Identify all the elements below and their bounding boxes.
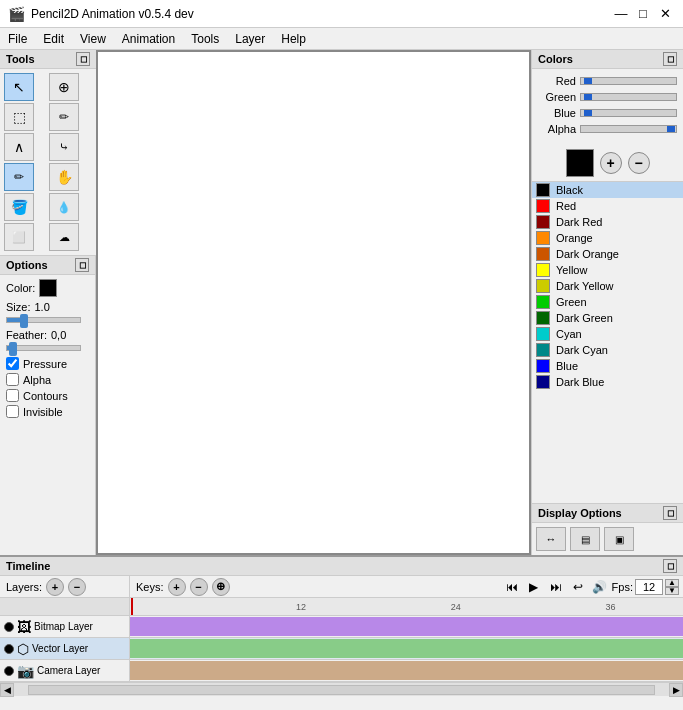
add-color-btn[interactable]: + [600,152,622,174]
color-swatch[interactable] [39,279,57,297]
feather-row: Feather: 0,0 [6,329,89,341]
size-slider-thumb[interactable] [20,314,28,328]
alpha-checkbox[interactable] [6,373,19,386]
color-item-dark-green[interactable]: Dark Green [532,310,683,326]
fps-input[interactable] [635,579,663,595]
polyline-tool-btn[interactable]: ∧ [4,133,34,161]
display-btn-1[interactable]: ↔ [536,527,566,551]
invisible-checkbox[interactable] [6,405,19,418]
select-tool-btn[interactable]: ⬚ [4,103,34,131]
close-button[interactable]: ✕ [655,4,675,24]
color-item-orange[interactable]: Orange [532,230,683,246]
alpha-slider[interactable] [580,125,677,133]
canvas-area[interactable] [96,50,531,555]
bucket-tool-btn[interactable]: 🪣 [4,193,34,221]
fast-forward-btn[interactable]: ⏭ [546,578,566,596]
scrollbar-track[interactable] [28,685,655,695]
camera-track[interactable] [130,660,683,681]
layer-info-vector[interactable]: ⬡ Vector Layer [0,638,130,659]
lasso-tool-btn[interactable]: ⤷ [49,133,79,161]
green-label: Green [538,91,576,103]
invisible-label: Invisible [23,406,63,418]
maximize-button[interactable]: □ [633,4,653,24]
duplicate-key-btn[interactable]: ⊕ [212,578,230,596]
color-item-dark-cyan[interactable]: Dark Cyan [532,342,683,358]
display-btn-3[interactable]: ▣ [604,527,634,551]
color-item-yellow[interactable]: Yellow [532,262,683,278]
playhead[interactable] [131,598,133,615]
bitmap-track[interactable] [130,616,683,637]
canvas[interactable] [98,52,529,553]
eraser-tool-btn[interactable]: ⬜ [4,223,34,251]
remove-layer-btn[interactable]: − [68,578,86,596]
color-item-dark-red[interactable]: Dark Red [532,214,683,230]
menu-file[interactable]: File [0,28,35,49]
color-item-dark-orange[interactable]: Dark Orange [532,246,683,262]
add-key-btn[interactable]: + [168,578,186,596]
play-btn[interactable]: ▶ [524,578,544,596]
feather-slider[interactable] [6,345,81,351]
smudge-tool-btn[interactable]: ☁ [49,223,79,251]
display-btn-2[interactable]: ▤ [570,527,600,551]
options-float-btn[interactable]: ◻ [75,258,89,272]
vector-track[interactable] [130,638,683,659]
menu-tools[interactable]: Tools [183,28,227,49]
color-preview-box[interactable] [566,149,594,177]
camera-vis-btn[interactable] [4,666,14,676]
menu-layer[interactable]: Layer [227,28,273,49]
color-item-red[interactable]: Red [532,198,683,214]
alpha-slider-thumb[interactable] [667,126,675,132]
color-item-cyan[interactable]: Cyan [532,326,683,342]
fps-control: Fps: ▲ ▼ [612,579,679,595]
green-slider-thumb[interactable] [584,94,592,100]
ruler-left-spacer [0,598,130,616]
vector-vis-btn[interactable] [4,644,14,654]
contours-checkbox[interactable] [6,389,19,402]
alpha-row: Alpha [6,373,89,386]
ruler-mark-12: 12 [296,602,306,612]
red-slider[interactable] [580,77,677,85]
scrollbar-right-btn[interactable]: ▶ [669,683,683,697]
move-tool-btn[interactable]: ✋ [49,163,79,191]
hand-tool-btn[interactable]: ⊕ [49,73,79,101]
pencil-tool-btn[interactable]: ✏ [4,163,34,191]
left-panel: Tools ◻ ↖ ⊕ ⬚ ✏ ∧ ⤷ ✏ ✋ 🪣 💧 ⬜ ☁ Options [0,50,96,555]
colors-float-btn[interactable]: ◻ [663,52,677,66]
pen-tool-btn[interactable]: ✏ [49,103,79,131]
loop-btn[interactable]: ↩ [568,578,588,596]
timeline-float-btn[interactable]: ◻ [663,559,677,573]
camera-track-fill [130,661,683,680]
feather-slider-thumb[interactable] [9,342,17,356]
menu-view[interactable]: View [72,28,114,49]
blue-slider-thumb[interactable] [584,110,592,116]
color-item-dark-yellow[interactable]: Dark Yellow [532,278,683,294]
remove-color-btn[interactable]: − [628,152,650,174]
blue-slider[interactable] [580,109,677,117]
pressure-checkbox[interactable] [6,357,19,370]
layer-info-camera[interactable]: 📷 Camera Layer [0,660,130,681]
color-item-blue[interactable]: Blue [532,358,683,374]
eyedropper-tool-btn[interactable]: 💧 [49,193,79,221]
color-item-black[interactable]: Black [532,182,683,198]
size-slider[interactable] [6,317,81,323]
menu-help[interactable]: Help [273,28,314,49]
menu-edit[interactable]: Edit [35,28,72,49]
layer-info-bitmap[interactable]: 🖼 Bitmap Layer [0,616,130,637]
red-slider-thumb[interactable] [584,78,592,84]
pointer-tool-btn[interactable]: ↖ [4,73,34,101]
audio-btn[interactable]: 🔊 [590,578,610,596]
minimize-button[interactable]: — [611,4,631,24]
scrollbar-left-btn[interactable]: ◀ [0,683,14,697]
add-layer-btn[interactable]: + [46,578,64,596]
color-item-green[interactable]: Green [532,294,683,310]
fps-down-btn[interactable]: ▼ [665,587,679,595]
bitmap-vis-btn[interactable] [4,622,14,632]
display-options-float-btn[interactable]: ◻ [663,506,677,520]
green-slider[interactable] [580,93,677,101]
rewind-btn[interactable]: ⏮ [502,578,522,596]
tools-float-btn[interactable]: ◻ [76,52,90,66]
menu-animation[interactable]: Animation [114,28,183,49]
color-item-dark-blue[interactable]: Dark Blue [532,374,683,390]
remove-key-btn[interactable]: − [190,578,208,596]
timeline-label: Timeline [6,560,50,572]
